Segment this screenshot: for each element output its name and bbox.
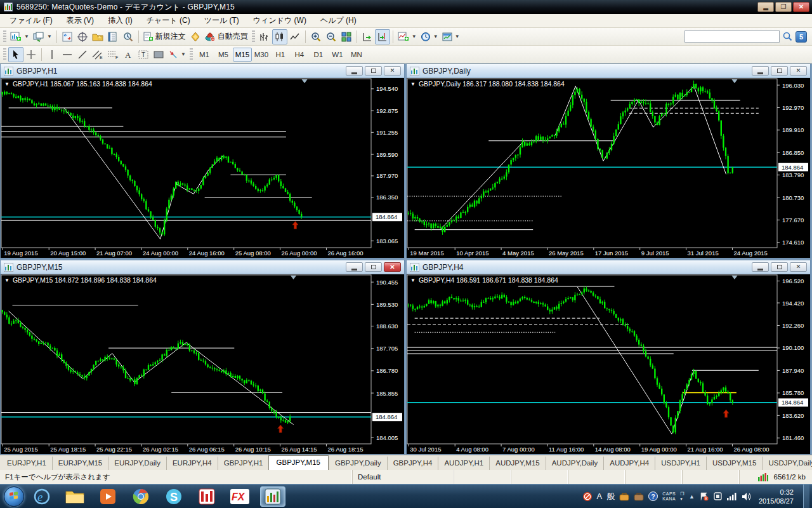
taskbar-ie-icon[interactable]: e [29, 486, 55, 507]
navigator-button[interactable] [90, 29, 105, 44]
taskbar-fxdd-icon[interactable] [194, 486, 219, 507]
market-watch-button[interactable] [60, 29, 75, 44]
new-order-button[interactable]: 新規注文 [141, 29, 188, 44]
timeframe-mn-button[interactable]: MN [347, 48, 366, 62]
timeframe-m15-button[interactable]: M15 [233, 48, 252, 62]
new-chart-button[interactable]: ▼ [8, 29, 31, 44]
taskbar-media-player-icon[interactable] [95, 486, 121, 507]
chart-close-button[interactable]: ✕ [790, 66, 807, 76]
tab-eurjpy-m15[interactable]: EURJPY,M15 [52, 457, 108, 470]
chart-close-button[interactable]: ✕ [384, 66, 401, 76]
search-input[interactable] [684, 30, 780, 43]
toolbar-grip[interactable] [190, 48, 193, 61]
status-profile[interactable]: Default [353, 470, 454, 484]
vertical-line-tool-button[interactable] [44, 47, 60, 62]
tab-eurjpy-h1[interactable]: EURJPY,H1 [1, 457, 52, 470]
profiles-button[interactable]: ▼ [31, 29, 54, 44]
tray-ime-mode[interactable]: 般 [606, 491, 615, 502]
timeframe-h1-button[interactable]: H1 [271, 48, 290, 62]
shapes-tool-button[interactable] [151, 47, 166, 62]
auto-scroll-button[interactable] [360, 29, 375, 44]
tab-audjpy-daily[interactable]: AUDJPY,Daily [546, 457, 604, 470]
strategy-tester-button[interactable] [121, 29, 136, 44]
templates-button[interactable]: ▼ [440, 29, 462, 44]
chart-canvas-gbpjpy-h1[interactable]: 194.540192.875191.255189.590187.970186.3… [1, 78, 404, 258]
timeframe-m5-button[interactable]: M5 [214, 48, 233, 62]
chart-close-button[interactable]: ✕ [384, 262, 401, 272]
chart-restore-button[interactable] [771, 66, 788, 76]
equidistant-channel-tool-button[interactable]: E [90, 47, 105, 62]
taskbar-chrome-icon[interactable] [128, 486, 154, 507]
tray-antivirus-icon[interactable] [582, 491, 593, 502]
indicators-button[interactable]: ▼ [396, 29, 419, 44]
data-window-button[interactable] [75, 29, 90, 44]
tile-windows-button[interactable] [339, 29, 354, 44]
menu-tools[interactable]: ツール (T) [197, 13, 246, 28]
crosshair-tool-button[interactable] [23, 47, 39, 62]
timeframe-h4-button[interactable]: H4 [290, 48, 309, 62]
show-desktop-button[interactable] [803, 485, 809, 508]
menu-help[interactable]: ヘルプ (H) [313, 13, 363, 28]
chart-restore-button[interactable] [771, 262, 788, 272]
tab-audjpy-h4[interactable]: AUDJPY,H4 [603, 457, 655, 470]
app-maximize-button[interactable]: ❐ [775, 2, 792, 12]
chart-minimize-button[interactable] [752, 262, 769, 272]
terminal-button[interactable] [105, 29, 121, 44]
notifications-badge[interactable]: 5 [796, 31, 807, 43]
chart-canvas-gbpjpy-m15[interactable]: 190.455189.530188.630187.705186.780185.8… [1, 274, 404, 454]
tray-expand-icon[interactable]: ▲ [689, 493, 695, 500]
text-label-tool-button[interactable]: T [136, 47, 151, 62]
chart-restore-button[interactable] [365, 66, 382, 76]
tab-usdjpy-h1[interactable]: USDJPY,H1 [655, 457, 706, 470]
tray-help-icon[interactable]: ? [648, 491, 658, 501]
tab-eurjpy-h4[interactable]: EURJPY,H4 [166, 457, 218, 470]
fibonacci-tool-button[interactable]: F [105, 47, 121, 62]
tab-usdjpy-daily[interactable]: USDJPY,Daily [762, 457, 812, 470]
tab-gbpjpy-daily[interactable]: GBPJPY,Daily [329, 457, 387, 470]
cursor-tool-button[interactable] [8, 47, 23, 62]
toolbar-grip[interactable] [3, 30, 6, 43]
taskbar-explorer-icon[interactable] [62, 486, 88, 507]
timeframe-m30-button[interactable]: M30 [252, 48, 271, 62]
tray-ime-caps-kana[interactable]: CAPS KANA [662, 491, 676, 502]
search-icon[interactable] [783, 32, 792, 41]
tray-ime-alpha[interactable]: A [597, 491, 603, 501]
tray-ime-buttons[interactable]: ❐▾ [680, 491, 684, 502]
chart-restore-button[interactable] [365, 262, 382, 272]
tab-audjpy-h1[interactable]: AUDJPY,H1 [438, 457, 489, 470]
tray-action-center-icon[interactable] [699, 491, 709, 501]
zoom-out-button[interactable] [324, 29, 339, 44]
chart-window-titlebar[interactable]: GBPJPY,Daily ✕ [407, 64, 810, 78]
trendline-tool-button[interactable] [75, 47, 90, 62]
tab-eurjpy-daily[interactable]: EURJPY,Daily [108, 457, 166, 470]
chart-canvas-gbpjpy-h4[interactable]: 196.520194.420192.260190.100187.940185.7… [407, 274, 810, 454]
tray-toolbox-icon[interactable] [619, 492, 629, 501]
chart-window-titlebar[interactable]: GBPJPY,M15 ✕ [1, 260, 404, 274]
tab-usdjpy-m15[interactable]: USDJPY,M15 [706, 457, 762, 470]
chart-close-button[interactable]: ✕ [790, 262, 807, 272]
chart-canvas-gbpjpy-daily[interactable]: 196.030192.970189.910186.850183.790180.7… [407, 78, 810, 258]
zoom-in-button[interactable] [308, 29, 324, 44]
menu-file[interactable]: ファイル (F) [3, 13, 60, 28]
taskbar-fx-icon[interactable]: FX [227, 486, 252, 507]
tray-volume-icon[interactable] [742, 492, 752, 501]
tab-audjpy-m15[interactable]: AUDJPY,M15 [489, 457, 545, 470]
tab-gbpjpy-h1[interactable]: GBPJPY,H1 [218, 457, 269, 470]
autotrading-button[interactable]: 自動売買 [203, 29, 250, 44]
toolbar-grip[interactable] [252, 30, 255, 43]
tray-power-icon[interactable] [713, 491, 723, 501]
arrows-tool-button[interactable]: ▼ [166, 47, 188, 62]
app-close-button[interactable]: ✕ [793, 2, 809, 12]
chart-minimize-button[interactable] [346, 66, 363, 76]
menu-chart[interactable]: チャート (C) [140, 13, 197, 28]
taskbar-clock[interactable]: 0:32 2015/08/27 [756, 488, 799, 505]
menu-window[interactable]: ウィンドウ (W) [246, 13, 313, 28]
toolbar-grip[interactable] [3, 48, 6, 61]
taskbar-skype-icon[interactable]: S [161, 486, 187, 507]
bar-chart-button[interactable] [257, 29, 272, 44]
text-tool-button[interactable]: A [121, 47, 136, 62]
metaeditor-button[interactable] [188, 29, 203, 44]
line-chart-button[interactable] [287, 29, 303, 44]
timeframe-w1-button[interactable]: W1 [328, 48, 347, 62]
app-minimize-button[interactable]: ▂ [757, 2, 774, 12]
